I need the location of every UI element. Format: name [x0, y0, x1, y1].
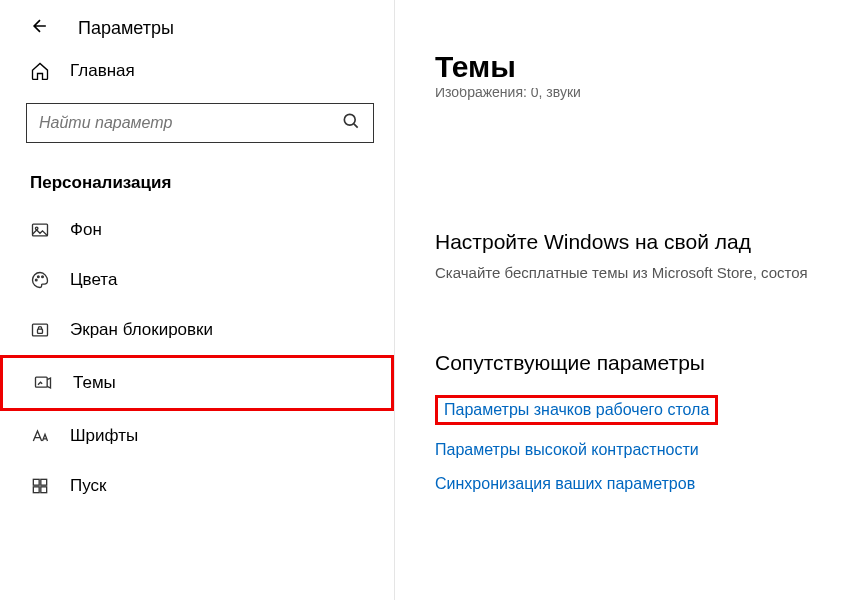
link-high-contrast[interactable]: Параметры высокой контрастности: [435, 441, 699, 459]
home-label: Главная: [70, 61, 135, 81]
page-title: Темы: [435, 50, 859, 84]
svg-rect-11: [41, 479, 47, 485]
svg-point-4: [35, 279, 37, 281]
sidebar-item-start[interactable]: Пуск: [0, 461, 394, 511]
sidebar-item-label: Шрифты: [70, 426, 138, 446]
theme-summary-cut: Изображения: 0, звуки: [435, 88, 859, 100]
search-input[interactable]: [39, 114, 341, 132]
sidebar-item-label: Цвета: [70, 270, 117, 290]
link-desktop-icons[interactable]: Параметры значков рабочего стола: [435, 395, 718, 425]
font-icon: [30, 426, 56, 446]
back-button[interactable]: [30, 16, 58, 41]
svg-point-6: [42, 276, 44, 278]
home-icon: [30, 61, 56, 81]
window-title: Параметры: [78, 18, 174, 39]
svg-rect-7: [33, 324, 48, 336]
home-nav-item[interactable]: Главная: [0, 51, 394, 91]
sidebar-item-fonts[interactable]: Шрифты: [0, 411, 394, 461]
svg-rect-10: [33, 479, 39, 485]
link-sync-settings[interactable]: Синхронизация ваших параметров: [435, 475, 695, 493]
palette-icon: [30, 270, 56, 290]
theme-icon: [33, 373, 59, 393]
svg-rect-13: [41, 487, 47, 493]
customize-description: Скачайте бесплатные темы из Microsoft St…: [435, 264, 859, 281]
customize-heading: Настройте Windows на свой лад: [435, 230, 859, 254]
related-heading: Сопутствующие параметры: [435, 351, 859, 375]
svg-point-5: [38, 276, 40, 278]
sidebar-item-label: Экран блокировки: [70, 320, 213, 340]
sidebar-item-label: Фон: [70, 220, 102, 240]
sidebar-item-label: Темы: [73, 373, 116, 393]
sidebar: Параметры Главная Персонализация Фон Цве…: [0, 0, 395, 600]
sidebar-item-colors[interactable]: Цвета: [0, 255, 394, 305]
picture-icon: [30, 220, 56, 240]
lockscreen-icon: [30, 320, 56, 340]
svg-point-0: [344, 114, 355, 125]
search-box[interactable]: [26, 103, 374, 143]
svg-rect-8: [38, 329, 43, 333]
sidebar-section-title: Персонализация: [0, 155, 394, 205]
svg-rect-12: [33, 487, 39, 493]
svg-line-1: [354, 124, 358, 128]
sidebar-item-lockscreen[interactable]: Экран блокировки: [0, 305, 394, 355]
sidebar-item-themes[interactable]: Темы: [0, 355, 394, 411]
search-icon: [341, 111, 361, 135]
header-row: Параметры: [0, 0, 394, 51]
arrow-left-icon: [30, 16, 50, 36]
sidebar-item-label: Пуск: [70, 476, 106, 496]
sidebar-item-background[interactable]: Фон: [0, 205, 394, 255]
main-content: Темы Изображения: 0, звуки Настройте Win…: [395, 0, 859, 600]
start-icon: [30, 476, 56, 496]
